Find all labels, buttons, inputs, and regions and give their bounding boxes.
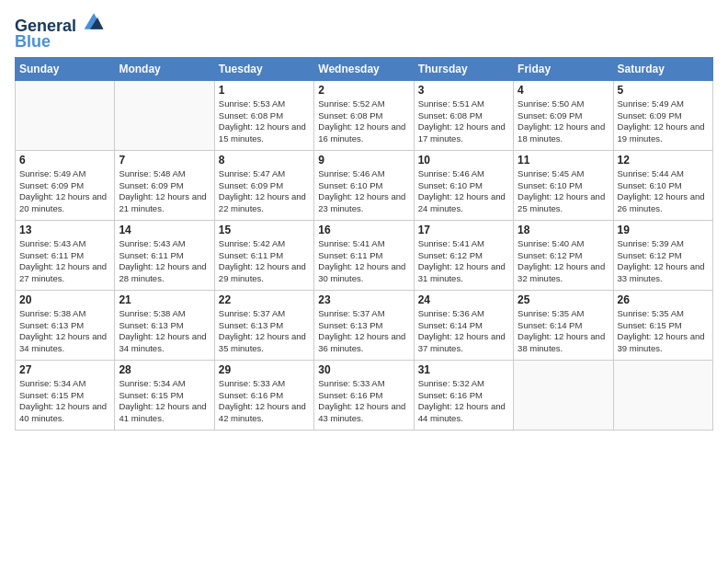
day-number: 22 (219, 293, 310, 306)
day-number: 16 (318, 224, 409, 236)
day-number: 21 (119, 293, 210, 306)
calendar-cell (514, 360, 613, 430)
day-info: Sunrise: 5:36 AM Sunset: 6:14 PM Dayligh… (418, 308, 509, 355)
day-number: 28 (119, 363, 210, 376)
calendar-cell: 21Sunrise: 5:38 AM Sunset: 6:13 PM Dayli… (115, 290, 214, 360)
day-number: 3 (418, 84, 509, 97)
day-info: Sunrise: 5:38 AM Sunset: 6:13 PM Dayligh… (119, 308, 210, 355)
day-info: Sunrise: 5:44 AM Sunset: 6:10 PM Dayligh… (618, 168, 709, 215)
calendar-cell: 15Sunrise: 5:42 AM Sunset: 6:11 PM Dayli… (214, 220, 313, 290)
day-info: Sunrise: 5:41 AM Sunset: 6:11 PM Dayligh… (318, 238, 409, 285)
calendar-cell (115, 80, 214, 150)
calendar-cell: 19Sunrise: 5:39 AM Sunset: 6:12 PM Dayli… (613, 220, 712, 290)
header: General Blue (15, 9, 713, 52)
day-number: 8 (219, 154, 310, 167)
calendar-cell: 13Sunrise: 5:43 AM Sunset: 6:11 PM Dayli… (16, 220, 115, 290)
day-info: Sunrise: 5:49 AM Sunset: 6:09 PM Dayligh… (19, 168, 110, 215)
day-number: 26 (618, 293, 709, 306)
day-info: Sunrise: 5:42 AM Sunset: 6:11 PM Dayligh… (219, 238, 310, 285)
calendar-cell: 1Sunrise: 5:53 AM Sunset: 6:08 PM Daylig… (214, 80, 313, 150)
logo: General Blue (15, 13, 105, 52)
day-number: 31 (418, 363, 509, 376)
calendar-cell: 27Sunrise: 5:34 AM Sunset: 6:15 PM Dayli… (16, 360, 115, 430)
week-row-1: 1Sunrise: 5:53 AM Sunset: 6:08 PM Daylig… (16, 80, 713, 150)
day-info: Sunrise: 5:46 AM Sunset: 6:10 PM Dayligh… (318, 168, 409, 215)
calendar-cell (613, 360, 712, 430)
calendar-cell: 4Sunrise: 5:50 AM Sunset: 6:09 PM Daylig… (514, 80, 613, 150)
day-number: 20 (19, 293, 110, 306)
day-number: 18 (518, 224, 609, 236)
day-info: Sunrise: 5:41 AM Sunset: 6:12 PM Dayligh… (418, 238, 509, 285)
day-info: Sunrise: 5:53 AM Sunset: 6:08 PM Dayligh… (219, 98, 310, 145)
week-row-5: 27Sunrise: 5:34 AM Sunset: 6:15 PM Dayli… (16, 360, 713, 430)
day-number: 15 (219, 224, 310, 236)
day-number: 24 (418, 293, 509, 306)
day-info: Sunrise: 5:37 AM Sunset: 6:13 PM Dayligh… (219, 308, 310, 355)
week-row-2: 6Sunrise: 5:49 AM Sunset: 6:09 PM Daylig… (16, 150, 713, 220)
day-number: 30 (318, 363, 409, 376)
day-info: Sunrise: 5:49 AM Sunset: 6:09 PM Dayligh… (618, 98, 709, 145)
day-number: 19 (618, 224, 709, 236)
day-number: 7 (119, 154, 210, 167)
calendar-cell: 17Sunrise: 5:41 AM Sunset: 6:12 PM Dayli… (414, 220, 513, 290)
day-info: Sunrise: 5:33 AM Sunset: 6:16 PM Dayligh… (318, 378, 409, 425)
day-info: Sunrise: 5:47 AM Sunset: 6:09 PM Dayligh… (219, 168, 310, 215)
day-number: 14 (119, 224, 210, 236)
weekday-header-row: SundayMondayTuesdayWednesdayThursdayFrid… (16, 57, 713, 80)
day-info: Sunrise: 5:52 AM Sunset: 6:08 PM Dayligh… (318, 98, 409, 145)
day-info: Sunrise: 5:40 AM Sunset: 6:12 PM Dayligh… (518, 238, 609, 285)
day-number: 13 (19, 224, 110, 236)
day-info: Sunrise: 5:34 AM Sunset: 6:15 PM Dayligh… (19, 378, 110, 425)
calendar-cell: 14Sunrise: 5:43 AM Sunset: 6:11 PM Dayli… (115, 220, 214, 290)
weekday-header-friday: Friday (514, 57, 613, 80)
day-info: Sunrise: 5:45 AM Sunset: 6:10 PM Dayligh… (518, 168, 609, 215)
day-info: Sunrise: 5:37 AM Sunset: 6:13 PM Dayligh… (318, 308, 409, 355)
calendar-cell: 31Sunrise: 5:32 AM Sunset: 6:16 PM Dayli… (414, 360, 513, 430)
day-info: Sunrise: 5:46 AM Sunset: 6:10 PM Dayligh… (418, 168, 509, 215)
calendar-cell: 25Sunrise: 5:35 AM Sunset: 6:14 PM Dayli… (514, 290, 613, 360)
day-info: Sunrise: 5:50 AM Sunset: 6:09 PM Dayligh… (518, 98, 609, 145)
calendar-cell: 7Sunrise: 5:48 AM Sunset: 6:09 PM Daylig… (115, 150, 214, 220)
calendar-cell: 2Sunrise: 5:52 AM Sunset: 6:08 PM Daylig… (314, 80, 414, 150)
calendar-cell: 28Sunrise: 5:34 AM Sunset: 6:15 PM Dayli… (115, 360, 214, 430)
day-number: 9 (318, 154, 409, 167)
day-number: 10 (418, 154, 509, 167)
calendar-cell: 3Sunrise: 5:51 AM Sunset: 6:08 PM Daylig… (414, 80, 513, 150)
calendar-cell: 23Sunrise: 5:37 AM Sunset: 6:13 PM Dayli… (314, 290, 414, 360)
page: General Blue SundayMondayTuesdayWednesda… (0, 0, 728, 563)
weekday-header-tuesday: Tuesday (214, 57, 313, 80)
day-info: Sunrise: 5:38 AM Sunset: 6:13 PM Dayligh… (19, 308, 110, 355)
day-number: 29 (219, 363, 310, 376)
weekday-header-thursday: Thursday (414, 57, 513, 80)
day-number: 5 (618, 84, 709, 97)
day-number: 25 (518, 293, 609, 306)
day-info: Sunrise: 5:43 AM Sunset: 6:11 PM Dayligh… (119, 238, 210, 285)
calendar-cell: 22Sunrise: 5:37 AM Sunset: 6:13 PM Dayli… (214, 290, 313, 360)
calendar-cell: 16Sunrise: 5:41 AM Sunset: 6:11 PM Dayli… (314, 220, 414, 290)
day-number: 2 (318, 84, 409, 97)
weekday-header-saturday: Saturday (613, 57, 712, 80)
calendar-cell: 5Sunrise: 5:49 AM Sunset: 6:09 PM Daylig… (613, 80, 712, 150)
day-info: Sunrise: 5:35 AM Sunset: 6:15 PM Dayligh… (618, 308, 709, 355)
week-row-4: 20Sunrise: 5:38 AM Sunset: 6:13 PM Dayli… (16, 290, 713, 360)
calendar-cell (16, 80, 115, 150)
day-info: Sunrise: 5:48 AM Sunset: 6:09 PM Dayligh… (119, 168, 210, 215)
calendar-cell: 24Sunrise: 5:36 AM Sunset: 6:14 PM Dayli… (414, 290, 513, 360)
day-info: Sunrise: 5:39 AM Sunset: 6:12 PM Dayligh… (618, 238, 709, 285)
day-info: Sunrise: 5:43 AM Sunset: 6:11 PM Dayligh… (19, 238, 110, 285)
calendar-cell: 30Sunrise: 5:33 AM Sunset: 6:16 PM Dayli… (314, 360, 414, 430)
day-info: Sunrise: 5:33 AM Sunset: 6:16 PM Dayligh… (219, 378, 310, 425)
week-row-3: 13Sunrise: 5:43 AM Sunset: 6:11 PM Dayli… (16, 220, 713, 290)
day-info: Sunrise: 5:51 AM Sunset: 6:08 PM Dayligh… (418, 98, 509, 145)
calendar-cell: 10Sunrise: 5:46 AM Sunset: 6:10 PM Dayli… (414, 150, 513, 220)
calendar-cell: 8Sunrise: 5:47 AM Sunset: 6:09 PM Daylig… (214, 150, 313, 220)
logo-icon (83, 11, 105, 31)
calendar-cell: 6Sunrise: 5:49 AM Sunset: 6:09 PM Daylig… (16, 150, 115, 220)
day-number: 6 (19, 154, 110, 167)
calendar-cell: 18Sunrise: 5:40 AM Sunset: 6:12 PM Dayli… (514, 220, 613, 290)
day-number: 12 (618, 154, 709, 167)
day-number: 23 (318, 293, 409, 306)
weekday-header-monday: Monday (115, 57, 214, 80)
calendar-cell: 26Sunrise: 5:35 AM Sunset: 6:15 PM Dayli… (613, 290, 712, 360)
calendar-cell: 12Sunrise: 5:44 AM Sunset: 6:10 PM Dayli… (613, 150, 712, 220)
